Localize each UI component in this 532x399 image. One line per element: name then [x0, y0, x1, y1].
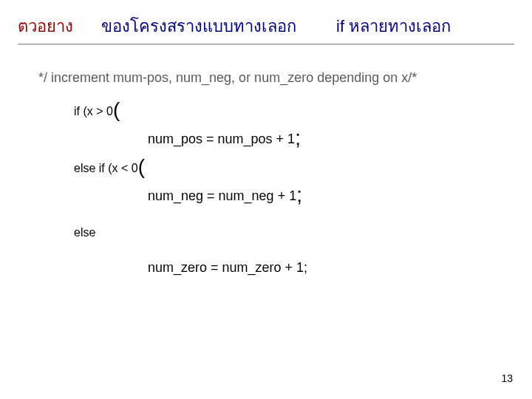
code-line-body1: num_pos = num_pos + 1 ;: [148, 132, 507, 147]
code-if-text: if (x > 0: [74, 105, 113, 118]
content-area: */ increment mum-pos, num_neg, or num_ze…: [18, 70, 514, 276]
code-body2-text: num_neg = num_neg + 1: [148, 188, 296, 204]
code-else-text: else: [74, 226, 95, 239]
code-body1-text: num_pos = num_pos + 1: [148, 132, 295, 147]
code-line-body3: num_zero = num_zero + 1;: [148, 260, 507, 276]
title-description: ของโครงสรางแบบทางเลอก: [101, 13, 296, 39]
code-line-body2: num_neg = num_neg + 1 ;: [148, 188, 507, 204]
code-block: if (x > 0 ( num_pos = num_pos + 1 ; else…: [38, 105, 507, 276]
title-if: if หลายทางเลอก: [336, 13, 451, 39]
slide: ตวอยาง ของโครงสรางแบบทางเลอก if หลายทางเ…: [0, 0, 532, 399]
code-body3-text: num_zero = num_zero + 1;: [148, 260, 307, 276]
code-line-elseif: else if (x < 0 (: [74, 162, 507, 175]
code-comment: */ increment mum-pos, num_neg, or num_ze…: [38, 70, 507, 86]
code-elseif-text: else if (x < 0: [74, 162, 138, 175]
title-divider: [18, 44, 514, 45]
page-number: 13: [501, 372, 513, 384]
code-line-if: if (x > 0 (: [74, 105, 507, 118]
title-row: ตวอยาง ของโครงสรางแบบทางเลอก if หลายทางเ…: [18, 13, 514, 39]
title-example: ตวอยาง: [18, 13, 73, 39]
code-line-else: else: [74, 226, 507, 239]
